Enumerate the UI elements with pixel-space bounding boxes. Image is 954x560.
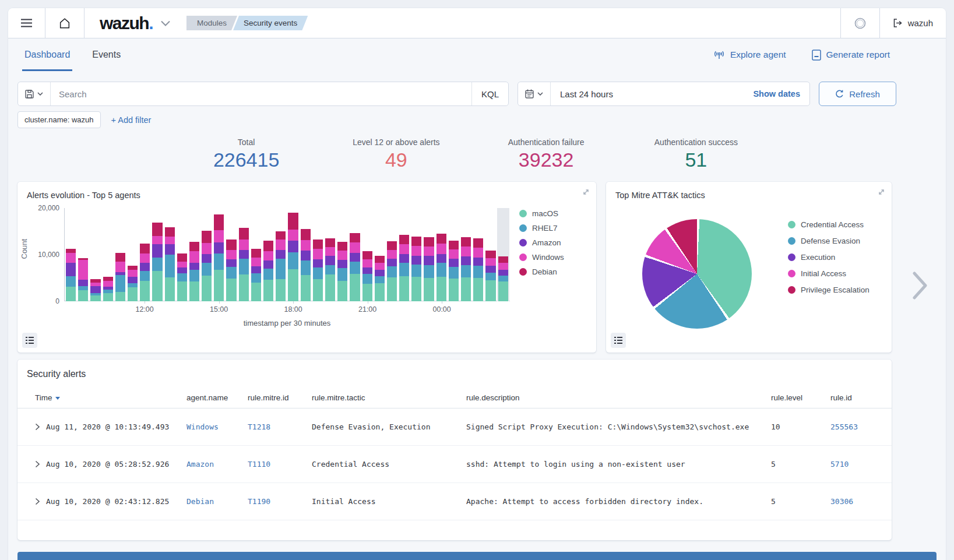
mitre-pie-chart[interactable] <box>642 219 752 329</box>
bar-segment-debian <box>288 213 298 230</box>
bar-stack[interactable] <box>177 208 187 301</box>
bar-stack[interactable] <box>375 208 385 301</box>
bar-stack[interactable] <box>399 208 409 301</box>
column-header-rule-mitre-id[interactable]: rule.mitre.id <box>248 393 312 402</box>
bar-stack[interactable] <box>313 208 323 301</box>
expand-row-caret[interactable] <box>35 498 40 505</box>
expand-icon[interactable] <box>582 188 590 196</box>
bar-stack[interactable] <box>66 208 76 301</box>
bar-stack[interactable] <box>436 208 446 301</box>
expand-row-caret[interactable] <box>35 460 40 468</box>
bar-stack[interactable] <box>387 208 397 301</box>
legend-item-windows[interactable]: Windows <box>519 253 564 262</box>
bar-stack[interactable] <box>214 208 224 301</box>
legend-item-macos[interactable]: macOS <box>519 209 564 218</box>
bar-stack[interactable] <box>128 208 138 301</box>
bar-segment-debian <box>165 227 175 237</box>
add-filter-button[interactable]: + Add filter <box>111 115 152 125</box>
bar-stack[interactable] <box>449 208 459 301</box>
cell-agent-name[interactable]: Windows <box>186 422 248 431</box>
breadcrumb-security-events[interactable]: Security events <box>233 16 308 30</box>
bar-stack[interactable] <box>411 208 421 301</box>
bar-stack[interactable] <box>103 208 113 301</box>
bar-stack[interactable] <box>473 208 483 301</box>
time-range-value[interactable]: Last 24 hours <box>551 89 744 99</box>
legend-label: Debian <box>532 267 557 276</box>
cell-rule-mitre-id[interactable]: T1190 <box>248 497 312 506</box>
legend-item-amazon[interactable]: Amazon <box>519 238 564 247</box>
bar-stack[interactable] <box>140 208 150 301</box>
cell-agent-name[interactable]: Amazon <box>186 460 248 469</box>
filter-pill-cluster-name[interactable]: cluster.name: wazuh <box>17 111 101 128</box>
kql-toggle[interactable]: KQL <box>471 82 508 105</box>
bar-stack[interactable] <box>301 208 311 301</box>
cell-time: Aug 11, 2020 @ 10:13:49.493 <box>35 422 186 431</box>
chevron-down-icon[interactable] <box>161 20 170 26</box>
tab-events[interactable]: Events <box>92 38 121 71</box>
inspect-button[interactable] <box>22 333 37 348</box>
cell-agent-name[interactable]: Debian <box>186 497 248 506</box>
bar-segment-debian <box>325 238 335 247</box>
bar-stack[interactable] <box>165 208 175 301</box>
bar-stack[interactable] <box>226 208 236 301</box>
bar-stack[interactable] <box>325 208 335 301</box>
column-header-rule-level[interactable]: rule.level <box>771 393 830 402</box>
bar-stack[interactable] <box>276 208 286 301</box>
bar-stack[interactable] <box>263 208 273 301</box>
bar-stack[interactable] <box>115 208 125 301</box>
column-header-rule-description[interactable]: rule.description <box>466 393 771 402</box>
column-header-agent-name[interactable]: agent.name <box>186 393 248 402</box>
menu-button[interactable] <box>8 8 45 38</box>
bar-stack[interactable] <box>362 208 372 301</box>
legend-item-debian[interactable]: Debian <box>519 267 564 276</box>
calendar-button[interactable] <box>518 82 551 105</box>
bar-segment-macos <box>189 281 199 301</box>
bar-stack[interactable] <box>78 208 88 301</box>
legend-item-defense-evasion[interactable]: Defense Evasion <box>788 237 869 245</box>
expand-icon[interactable] <box>877 188 886 196</box>
show-dates-button[interactable]: Show dates <box>744 89 809 98</box>
explore-agent-button[interactable]: Explore agent <box>713 50 786 60</box>
bar-stack[interactable] <box>152 208 162 301</box>
legend-item-privilege-escalation[interactable]: Privilege Escalation <box>788 286 869 294</box>
bar-stack[interactable] <box>202 208 212 301</box>
bar-stack[interactable] <box>337 208 347 301</box>
bar-stack[interactable] <box>350 208 360 301</box>
inspect-button[interactable] <box>611 333 626 348</box>
bar-segment-rhel7 <box>301 260 311 276</box>
search-input[interactable] <box>51 89 471 99</box>
cell-rule-mitre-id[interactable]: T1110 <box>248 460 312 469</box>
column-header-rule-mitre-tactic[interactable]: rule.mitre.tactic <box>312 393 466 402</box>
legend-item-execution[interactable]: Execution <box>788 253 869 262</box>
bar-stack[interactable] <box>498 208 508 301</box>
refresh-button[interactable]: Refresh <box>819 82 896 106</box>
bar-stack[interactable] <box>239 208 249 301</box>
expand-row-caret[interactable] <box>35 423 40 431</box>
wazuh-logo[interactable]: wazuh. Modules Security events <box>85 8 314 38</box>
legend-item-rhel7[interactable]: RHEL7 <box>519 224 564 233</box>
column-header-time[interactable]: Time <box>35 393 186 402</box>
generate-report-button[interactable]: Generate report <box>812 50 890 61</box>
bar-stack[interactable] <box>461 208 471 301</box>
next-panel-chevron[interactable] <box>911 270 929 301</box>
cell-rule-id[interactable]: 5710 <box>830 460 892 469</box>
tab-dashboard[interactable]: Dashboard <box>24 38 70 71</box>
bar-stack[interactable] <box>90 208 100 301</box>
legend-item-initial-access[interactable]: Initial Access <box>788 269 869 278</box>
cell-rule-mitre-id[interactable]: T1218 <box>248 422 312 431</box>
home-button[interactable] <box>45 8 85 38</box>
bar-stack[interactable] <box>424 208 434 301</box>
legend-item-credential-access[interactable]: Credential Access <box>788 220 869 229</box>
column-header-rule-id[interactable]: rule.id <box>830 393 892 402</box>
breadcrumb-modules[interactable]: Modules <box>186 16 237 30</box>
user-menu[interactable]: wazuh <box>879 8 946 38</box>
bar-segment-rhel7 <box>288 252 298 269</box>
bar-stack[interactable] <box>189 208 199 301</box>
bar-stack[interactable] <box>485 208 495 301</box>
saved-queries-button[interactable] <box>18 82 51 105</box>
cell-rule-id[interactable]: 255563 <box>830 422 892 431</box>
bar-stack[interactable] <box>251 208 261 301</box>
bar-stack[interactable] <box>288 208 298 301</box>
cell-rule-id[interactable]: 30306 <box>830 497 892 506</box>
stat-value: 39232 <box>471 149 621 171</box>
